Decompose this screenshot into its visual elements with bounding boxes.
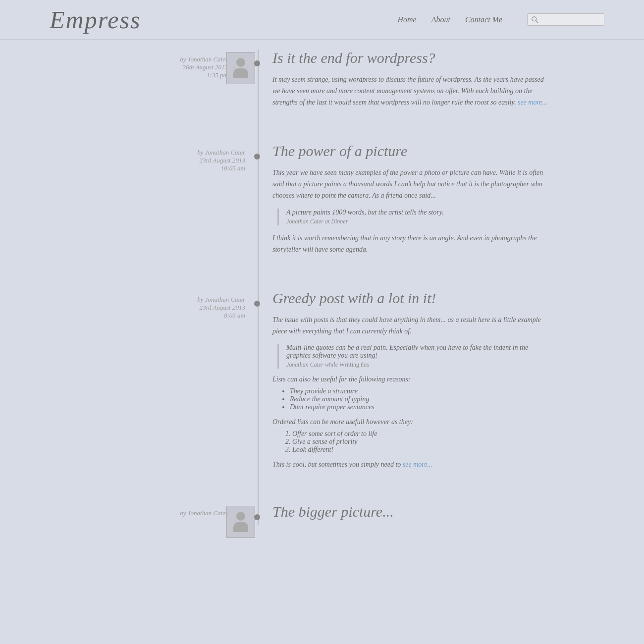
post-4: by Jonathan Cater The bigger picture...: [92, 503, 552, 525]
avatar-silhouette-2: [227, 506, 255, 537]
search-icon: [532, 16, 538, 23]
list-item: Look different!: [292, 446, 552, 454]
list-item: Offer some sort of order to life: [292, 430, 552, 438]
post-4-sidebar: by Jonathan Cater: [92, 503, 258, 525]
post-3-ordered-list: Offer some sort of order to life Give a …: [292, 430, 552, 454]
post-3-body: The issue with posts is that they could …: [272, 314, 552, 337]
post-1-see-more[interactable]: see more...: [518, 99, 547, 106]
list-item: Dont require proper sentances: [290, 403, 552, 411]
post-2-blockquote: A picture paints 1000 words, but the art…: [277, 209, 552, 225]
post-3-unordered-list: They provide a structure Reduce the amou…: [290, 387, 552, 411]
post-3: by Jonathan Cater 23rd August 2013 8:05 …: [92, 290, 552, 479]
post-1-body: It may seem strange, using wordpress to …: [272, 74, 552, 108]
post-2-date: 23rd August 2013: [92, 157, 245, 164]
svg-line-1: [536, 20, 538, 22]
post-3-attr-main: Jonathan Cater: [286, 361, 323, 368]
post-3-attr-italic: while: [325, 361, 338, 368]
post-1-avatar: [226, 52, 255, 84]
post-1-dot: [254, 60, 260, 66]
search-input[interactable]: [540, 16, 600, 23]
post-2-quote-text: A picture paints 1000 words, but the art…: [286, 209, 552, 216]
avatar-body-2: [233, 522, 248, 532]
post-4-content: The bigger picture...: [258, 503, 552, 525]
post-3-blockquote: Multi-line quotes can be a real pain. Es…: [277, 344, 552, 369]
list-item: Reduce the amount of typing: [290, 395, 552, 403]
post-3-sidebar: by Jonathan Cater 23rd August 2013 8:05 …: [92, 290, 258, 479]
post-3-quote-attribution: Jonathan Cater while Writting this: [286, 361, 552, 369]
avatar-body: [233, 68, 248, 78]
site-header: Empress Home About Contact Me: [0, 0, 644, 40]
main-nav: Home About Contact Me: [397, 13, 604, 26]
post-3-meta: by Jonathan Cater 23rd August 2013 8:05 …: [92, 290, 258, 320]
post-3-author: by Jonathan Cater: [92, 296, 245, 304]
post-3-ordered-intro: Ordered lists can be more usefull howeve…: [272, 418, 552, 426]
post-2-body: This year we have seen many examples of …: [272, 167, 552, 201]
post-1-time: 1:35 pm: [92, 71, 228, 79]
post-3-date: 23rd August 2013: [92, 304, 245, 312]
search-box: [527, 13, 604, 26]
post-1-author: by Jonathan Cater: [92, 55, 228, 63]
post-2: by Jonathan Cater 23rd August 2013 10:05…: [92, 143, 552, 265]
nav-about[interactable]: About: [431, 15, 450, 24]
post-3-footer-text: This is cool, but sometimes you simply n…: [272, 461, 552, 469]
post-3-title: Greedy post with a lot in it!: [272, 290, 552, 307]
post-2-extra: I think it is worth remembering that in …: [272, 232, 552, 255]
site-title: Empress: [50, 5, 141, 34]
post-4-avatar: [226, 506, 255, 538]
post-3-see-more[interactable]: see more...: [403, 461, 432, 468]
nav-contact[interactable]: Contact Me: [465, 15, 502, 24]
post-1-sidebar: by Jonathan Cater 26th August 2013 1:35 …: [92, 50, 258, 118]
list-item: Give a sense of priority: [292, 438, 552, 446]
post-1-title: Is it the end for wordpress?: [272, 50, 552, 66]
post-3-lists-intro: Lists can also be useful for the followi…: [272, 376, 552, 383]
post-3-attr-end: Writting this: [339, 361, 370, 368]
post-3-content: Greedy post with a lot in it! The issue …: [258, 290, 552, 479]
nav-home[interactable]: Home: [397, 15, 416, 24]
post-1-content: Is it the end for wordpress? It may seem…: [258, 50, 552, 118]
post-2-author: by Jonathan Cater: [92, 149, 245, 157]
post-2-meta: by Jonathan Cater 23rd August 2013 10:05…: [92, 143, 258, 172]
post-1-avatar-container: [226, 52, 255, 84]
post-2-quote-attribution: Jonathan Cater at Dinner: [286, 218, 552, 225]
post-4-title: The bigger picture...: [272, 503, 552, 520]
post-3-quote-text: Multi-line quotes can be a real pain. Es…: [286, 344, 552, 360]
post-1: by Jonathan Cater 26th August 2013 1:35 …: [92, 50, 552, 118]
post-3-time: 8:05 am: [92, 312, 245, 320]
post-1-date: 26th August 2013: [92, 63, 228, 71]
post-4-avatar-container: [226, 506, 255, 538]
post-2-content: The power of a picture This year we have…: [258, 143, 552, 265]
svg-point-0: [532, 16, 537, 21]
site-title-text: Empress: [50, 6, 141, 34]
list-item: They provide a structure: [290, 387, 552, 395]
post-1-body-text: It may seem strange, using wordpress to …: [272, 76, 544, 106]
post-4-dot: [254, 514, 260, 520]
footer-text-span: This is cool, but sometimes you simply n…: [272, 461, 401, 468]
post-3-dot: [254, 301, 260, 307]
post-2-title: The power of a picture: [272, 143, 552, 160]
avatar-head: [236, 58, 245, 67]
post-2-time: 10:05 am: [92, 164, 245, 172]
post-2-sidebar: by Jonathan Cater 23rd August 2013 10:05…: [92, 143, 258, 265]
avatar-head-2: [236, 512, 245, 521]
avatar-silhouette: [227, 53, 255, 84]
post-4-author: by Jonathan Cater: [92, 509, 228, 517]
